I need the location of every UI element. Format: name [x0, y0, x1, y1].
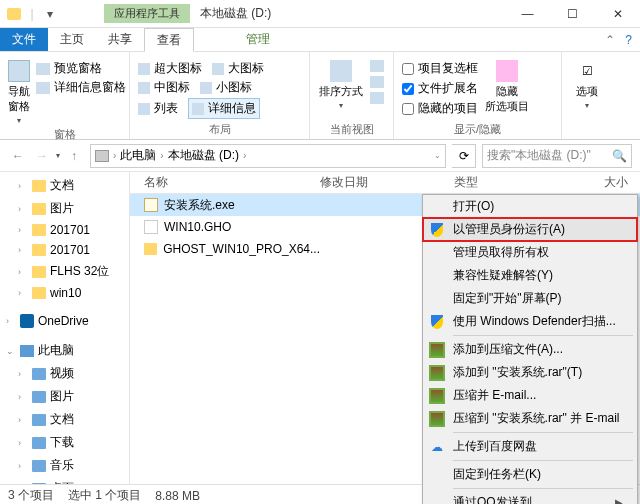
- history-dropdown[interactable]: ▾: [56, 151, 60, 160]
- expand-icon[interactable]: ›: [18, 245, 28, 255]
- group-panes: 导航窗格 ▾ 预览窗格 详细信息窗格 窗格: [0, 52, 130, 139]
- tree-item[interactable]: ›视频: [0, 362, 129, 385]
- drive-icon: [95, 150, 109, 162]
- tree-item[interactable]: ›下载: [0, 431, 129, 454]
- menu-item[interactable]: 压缩到 "安装系统.rar" 并 E-mail: [423, 407, 637, 430]
- menu-item[interactable]: ☁上传到百度网盘: [423, 435, 637, 458]
- column-name[interactable]: 名称: [130, 174, 320, 191]
- nav-pane-button[interactable]: 导航窗格 ▾: [8, 56, 30, 125]
- menu-item[interactable]: 打开(O): [423, 195, 637, 218]
- column-size[interactable]: 大小: [518, 174, 640, 191]
- details-pane-button[interactable]: 详细信息窗格: [36, 79, 126, 96]
- menu-item-label: 上传到百度网盘: [453, 438, 537, 455]
- navigation-tree[interactable]: ›文档›图片›201701›201701›FLHS 32位›win10 ›One…: [0, 172, 130, 484]
- breadcrumb[interactable]: › 此电脑 › 本地磁盘 (D:) › ⌄: [90, 144, 446, 168]
- maximize-button[interactable]: ☐: [550, 0, 595, 28]
- expand-icon[interactable]: ›: [18, 288, 28, 298]
- tree-item[interactable]: ›图片: [0, 385, 129, 408]
- tab-home[interactable]: 主页: [48, 28, 96, 51]
- up-button[interactable]: ↑: [64, 146, 84, 166]
- menu-item[interactable]: 压缩并 E-mail...: [423, 384, 637, 407]
- folder-icon: [32, 244, 46, 256]
- menu-item[interactable]: 以管理员身份运行(A): [423, 218, 637, 241]
- layout-list[interactable]: 列表: [138, 98, 178, 119]
- sort-by-button[interactable]: 排序方式 ▾: [318, 56, 364, 110]
- forward-button[interactable]: →: [32, 146, 52, 166]
- close-button[interactable]: ✕: [595, 0, 640, 28]
- column-type[interactable]: 类型: [454, 174, 518, 191]
- expand-icon[interactable]: ›: [18, 415, 28, 425]
- breadcrumb-this-pc[interactable]: 此电脑: [120, 147, 156, 164]
- tab-file[interactable]: 文件: [0, 28, 48, 51]
- layout-extra-large[interactable]: 超大图标: [138, 60, 202, 77]
- sort-icon: [330, 60, 352, 82]
- expand-icon[interactable]: ›: [18, 225, 28, 235]
- minimize-button[interactable]: —: [505, 0, 550, 28]
- tree-item[interactable]: ›win10: [0, 283, 129, 303]
- checkbox-file-extensions[interactable]: 文件扩展名: [402, 80, 478, 97]
- tree-item[interactable]: ›文档: [0, 408, 129, 431]
- breadcrumb-dropdown[interactable]: ⌄: [434, 151, 441, 160]
- expand-icon[interactable]: ›: [18, 438, 28, 448]
- search-box[interactable]: 搜索"本地磁盘 (D:)" 🔍: [482, 144, 632, 168]
- layout-details[interactable]: 详细信息: [188, 98, 260, 119]
- main-area: ›文档›图片›201701›201701›FLHS 32位›win10 ›One…: [0, 172, 640, 484]
- back-button[interactable]: ←: [8, 146, 28, 166]
- hide-selected-button[interactable]: 隐藏 所选项目: [484, 56, 530, 114]
- tree-item[interactable]: ›音乐: [0, 454, 129, 477]
- menu-item[interactable]: 固定到任务栏(K): [423, 463, 637, 486]
- tree-item[interactable]: ›201701: [0, 220, 129, 240]
- refresh-button[interactable]: ⟳: [452, 144, 476, 168]
- tree-item-label: 音乐: [50, 457, 74, 474]
- tab-view[interactable]: 查看: [144, 28, 194, 52]
- collapse-icon[interactable]: ⌄: [6, 346, 16, 356]
- preview-pane-button[interactable]: 预览窗格: [36, 60, 126, 77]
- tree-item[interactable]: ›桌面: [0, 477, 129, 484]
- qat-dropdown-icon[interactable]: ▾: [42, 6, 58, 22]
- options-button[interactable]: ☑ 选项 ▾: [570, 56, 604, 110]
- menu-item[interactable]: 管理员取得所有权: [423, 241, 637, 264]
- tab-share[interactable]: 共享: [96, 28, 144, 51]
- collapse-ribbon-icon[interactable]: ⌃: [605, 33, 615, 47]
- menu-item[interactable]: 添加到 "安装系统.rar"(T): [423, 361, 637, 384]
- tree-this-pc[interactable]: ⌄此电脑: [0, 339, 129, 362]
- expand-icon[interactable]: ›: [18, 267, 28, 277]
- tab-manage[interactable]: 管理: [234, 28, 282, 51]
- expand-icon[interactable]: ›: [18, 484, 28, 485]
- breadcrumb-drive[interactable]: 本地磁盘 (D:): [168, 147, 239, 164]
- menu-item-label: 固定到"开始"屏幕(P): [453, 290, 562, 307]
- menu-item[interactable]: 兼容性疑难解答(Y): [423, 264, 637, 287]
- layout-medium[interactable]: 中图标: [138, 79, 190, 96]
- column-date[interactable]: 修改日期: [320, 174, 454, 191]
- expand-icon[interactable]: ›: [18, 461, 28, 471]
- hide-icon: [496, 60, 518, 82]
- tree-item[interactable]: ›FLHS 32位: [0, 260, 129, 283]
- expand-icon[interactable]: ›: [18, 392, 28, 402]
- tree-item[interactable]: ›图片: [0, 197, 129, 220]
- menu-separator: [453, 335, 633, 336]
- expand-icon[interactable]: ›: [18, 369, 28, 379]
- menu-item[interactable]: 固定到"开始"屏幕(P): [423, 287, 637, 310]
- tree-item-label: 下载: [50, 434, 74, 451]
- tree-item[interactable]: ›201701: [0, 240, 129, 260]
- checkbox-hidden-items[interactable]: 隐藏的项目: [402, 100, 478, 117]
- help-icon[interactable]: ?: [625, 33, 632, 47]
- add-columns-icon[interactable]: [370, 76, 384, 88]
- menu-item[interactable]: 添加到压缩文件(A)...: [423, 338, 637, 361]
- expand-icon[interactable]: ›: [6, 316, 16, 326]
- layout-large[interactable]: 大图标: [212, 60, 264, 77]
- menu-item[interactable]: 使用 Windows Defender扫描...: [423, 310, 637, 333]
- tree-onedrive[interactable]: ›OneDrive: [0, 311, 129, 331]
- menu-item[interactable]: 通过QQ发送到▶: [423, 491, 637, 504]
- tree-item-label: win10: [50, 286, 81, 300]
- group-by-icon[interactable]: [370, 60, 384, 72]
- file-list[interactable]: 名称 修改日期 类型 大小 安装系统.exe9,101 KBWIN10.GHO3…: [130, 172, 640, 484]
- size-columns-icon[interactable]: [370, 92, 384, 104]
- checkbox-item-checkboxes[interactable]: 项目复选框: [402, 60, 478, 77]
- onedrive-icon: [20, 314, 34, 328]
- tree-item[interactable]: ›文档: [0, 174, 129, 197]
- expand-icon[interactable]: ›: [18, 204, 28, 214]
- layout-small[interactable]: 小图标: [200, 79, 252, 96]
- expand-icon[interactable]: ›: [18, 181, 28, 191]
- tree-item-label: 文档: [50, 177, 74, 194]
